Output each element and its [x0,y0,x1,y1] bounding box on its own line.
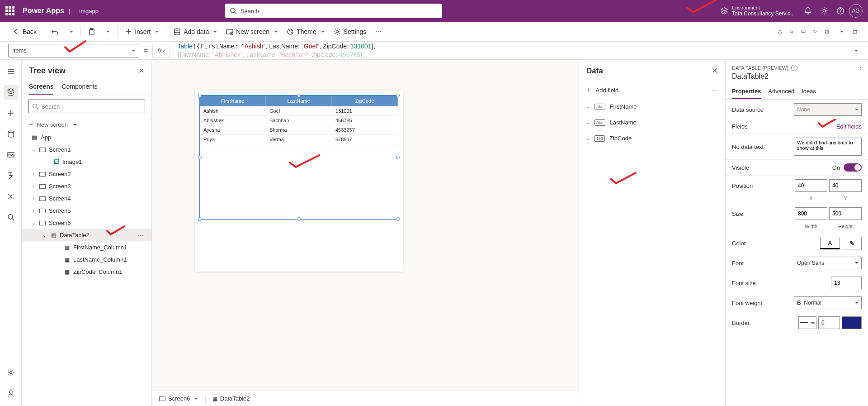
field-firstname[interactable]: ⌄AbcFirstName [579,99,725,115]
props-tab-ideas[interactable]: Ideas [802,84,816,99]
prop-fields-label: Fields [732,123,748,130]
prop-datasource-select[interactable]: None [794,103,862,116]
font-select[interactable]: Open Sans [794,257,862,269]
settings-icon[interactable] [820,7,828,15]
close-data-panel[interactable]: ✕ [712,66,718,76]
rail-power-automate[interactable] [4,168,18,183]
formula-editor[interactable]: Table({FirstName: "Ashish", LastName: "G… [175,42,846,58]
rail-data[interactable] [4,127,18,141]
props-tab-properties[interactable]: Properties [732,84,761,99]
canvas[interactable]: FirstName LastName ZipCode AshishGoel131… [152,60,579,406]
tab-screens[interactable]: Screens [29,79,53,95]
props-tab-advanced[interactable]: Advanced [768,84,794,99]
rail-hamburger[interactable] [4,64,18,79]
paste-button[interactable] [85,25,99,38]
add-field-button[interactable]: +Add field ⋯ [579,82,725,99]
svg-point-16 [8,131,14,133]
preview-button[interactable] [811,28,819,36]
tree-col-firstname[interactable]: ▦FirstName_Column1 [22,241,151,253]
breadcrumb: Screen6 | ▦DataTable2 [152,391,579,406]
svg-point-14 [336,30,338,33]
border-style-select[interactable] [798,316,816,329]
undo-button[interactable] [48,25,62,38]
table-row[interactable]: AbhishekBachhan456785 [200,116,398,125]
tree-item-more[interactable]: ⋯ [138,232,144,239]
width-input[interactable] [795,207,827,220]
fill-color-button[interactable]: ✎ [842,237,862,249]
tree-image1[interactable]: 🖼Image1 [22,156,151,168]
expand-props-icon[interactable]: › [859,64,862,72]
save-split[interactable] [835,27,847,36]
rail-settings[interactable] [4,365,18,380]
environment-picker[interactable]: Environment Tata Consultancy Servic... [720,5,795,17]
table-row[interactable]: AyeshaSharma4533257 [200,125,398,135]
rail-search[interactable] [4,210,18,224]
comments-button[interactable] [799,28,807,36]
breadcrumb-screen[interactable]: Screen6 [159,395,198,402]
tree-search-input[interactable] [28,100,145,113]
tree-new-screen[interactable]: +New screen [22,118,151,131]
add-data-button[interactable]: Add data [170,25,221,38]
expand-formula-button[interactable] [851,45,860,56]
breadcrumb-control[interactable]: ▦DataTable2 [212,395,250,402]
tree-app[interactable]: ▦App [22,131,151,143]
tab-components[interactable]: Components [61,79,97,95]
height-input[interactable] [829,207,862,220]
border-width-input[interactable] [818,316,840,329]
table-row[interactable]: PriyaVerma678537 [200,135,398,144]
table-row[interactable]: AshishGoel131001 [200,106,398,116]
datatable-control[interactable]: FirstName LastName ZipCode AshishGoel131… [199,95,398,220]
tree-col-zipcode[interactable]: ▦ZipCode_Column1 [22,266,151,278]
fontsize-input[interactable] [831,277,862,289]
global-search[interactable]: Search [225,4,442,18]
app-launcher[interactable] [5,6,14,15]
visible-toggle[interactable] [844,163,862,172]
tree-screen4[interactable]: ›Screen4 [22,192,151,205]
tree-col-lastname[interactable]: ▦LastName_Column1 [22,253,151,266]
rail-insert[interactable] [4,106,18,120]
tree-screen1[interactable]: ⌄Screen1 [22,143,151,156]
more-button[interactable]: ⋯ [372,25,385,38]
paste-split[interactable] [101,27,113,36]
share-button[interactable] [776,28,784,36]
rail-variables[interactable] [4,189,18,204]
close-tree-button[interactable]: ✕ [138,67,144,75]
rail-virtual-agent[interactable] [4,386,18,401]
undo-split[interactable] [64,27,77,36]
rail-tree-view[interactable] [4,85,18,100]
pos-y-input[interactable] [829,179,862,192]
app-checker-button[interactable] [788,28,796,36]
tree-screen3[interactable]: ›Screen3 [22,180,151,192]
save-button[interactable] [823,28,831,36]
col-header-zipcode[interactable]: ZipCode [332,96,398,106]
fontweight-select[interactable]: B Normal [794,296,862,309]
tree-screen5[interactable]: ›Screen5 [22,205,151,217]
user-avatar[interactable]: AG [849,4,863,18]
data-more-icon[interactable]: ⋯ [712,87,718,94]
new-screen-button[interactable]: New screen [222,25,281,38]
edit-fields-link[interactable]: Edit fields [836,123,862,130]
property-selector[interactable]: Items [8,44,139,57]
col-header-firstname[interactable]: FirstName [200,96,266,106]
publish-button[interactable] [851,28,859,36]
field-lastname[interactable]: ⌄AbcLastName [579,115,725,130]
info-icon[interactable]: ? [791,65,797,71]
tree-screen6[interactable]: ⌄Screen6 [22,217,151,229]
insert-button[interactable]: Insert [121,25,162,38]
theme-button[interactable]: Theme [283,25,328,38]
field-zipcode[interactable]: ⌄123ZipCode [579,130,725,146]
tree-screen2[interactable]: ›Screen2 [22,168,151,180]
tree-datatable2[interactable]: ⌄▦DataTable2 ⋯ [22,229,151,241]
help-icon[interactable] [836,7,844,15]
prop-border-label: Border [732,320,750,326]
border-color-button[interactable] [842,316,862,329]
pos-x-input[interactable] [795,179,827,192]
notifications-icon[interactable] [804,7,812,15]
rail-media[interactable] [4,148,18,162]
settings-button[interactable]: Settings [330,25,370,38]
prop-nodata-input[interactable]: We didn't find any data to show at this [794,138,862,156]
control-name[interactable]: DataTable2 [726,72,868,84]
back-button[interactable]: Back [9,25,40,38]
font-color-button[interactable]: A [820,237,840,249]
canvas-screen[interactable]: FirstName LastName ZipCode AshishGoel131… [195,91,403,272]
